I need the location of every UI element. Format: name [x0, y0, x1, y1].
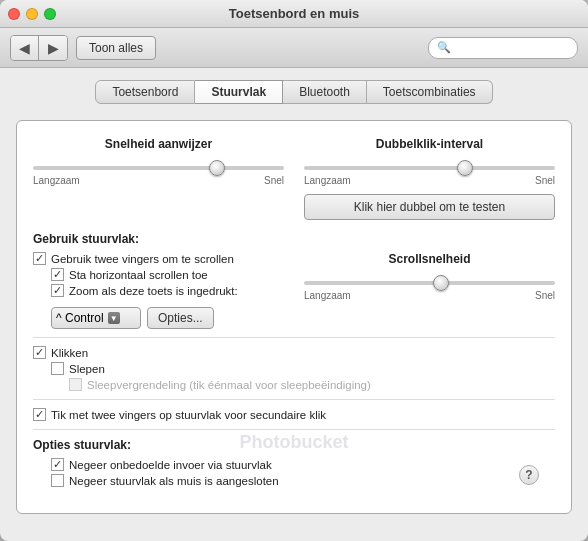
dubbelklik-group: Dubbelklik-interval Langzaam Snel Klik h…	[304, 137, 555, 220]
cb-negeer2-box[interactable]	[51, 474, 64, 487]
dropdown-arrow-icon: ▼	[108, 312, 120, 324]
cb-sleepvergrendeling-label: Sleepvergrendeling (tik éénmaal voor sle…	[87, 379, 371, 391]
scroll-speed-slider[interactable]	[304, 281, 555, 285]
cb-slepen-label: Slepen	[69, 363, 105, 375]
cb-negeer1-box[interactable]	[51, 458, 64, 471]
zoom-key-row: ^ Control ▼ Opties...	[51, 307, 555, 329]
scroll-speed-labels: Langzaam Snel	[304, 290, 555, 301]
scroll-fast: Snel	[535, 290, 555, 301]
cb-sleepvergrendeling-box	[69, 378, 82, 391]
dubbelklik-labels: Langzaam Snel	[304, 175, 555, 186]
search-icon: 🔍	[437, 41, 451, 54]
cb-gebruik-twee-vingers: Gebruik twee vingers om te scrollen	[33, 252, 284, 265]
titlebar: Toetsenbord en muis	[0, 0, 588, 28]
snelheid-slider[interactable]	[33, 166, 284, 170]
dbl-click-test-button[interactable]: Klik hier dubbel om te testen	[304, 194, 555, 220]
cb-slepen-box[interactable]	[51, 362, 64, 375]
scroll-speed-label: Scrollsnelheid	[304, 252, 555, 266]
divider-2	[33, 399, 555, 400]
toolbar: ◀ ▶ Toon alles 🔍	[0, 28, 588, 68]
cb-gebruik-twee-vingers-label: Gebruik twee vingers om te scrollen	[51, 253, 234, 265]
cb-negeer1: Negeer onbedoelde invoer via stuurvlak	[51, 458, 555, 471]
cb-tik-twee-vingers-label: Tik met twee vingers op stuurvlak voor s…	[51, 409, 326, 421]
maximize-button[interactable]	[44, 8, 56, 20]
window: Toetsenbord en muis ◀ ▶ Toon alles 🔍 Toe…	[0, 0, 588, 541]
snelheid-fast: Snel	[264, 175, 284, 186]
snelheid-group: Snelheid aanwijzer Langzaam Snel	[33, 137, 284, 220]
snelheid-slow: Langzaam	[33, 175, 80, 186]
dubbelklik-slider[interactable]	[304, 166, 555, 170]
trackpad-section: Gebruik stuurvlak: Gebruik twee vingers …	[33, 232, 555, 487]
tab-toetscombinaties[interactable]: Toetscombinaties	[367, 80, 493, 104]
cb-gebruik-twee-vingers-box[interactable]	[33, 252, 46, 265]
zoom-key-dropdown[interactable]: ^ Control ▼	[51, 307, 141, 329]
cb-sta-horizontaal-box[interactable]	[51, 268, 64, 281]
cb-negeer2-label: Negeer stuurvlak als muis is aangesloten	[69, 475, 279, 487]
scroll-checkboxes: Gebruik twee vingers om te scrollen Sta …	[33, 252, 284, 300]
cb-sleepvergrendeling: Sleepvergrendeling (tik éénmaal voor sle…	[69, 378, 555, 391]
cb-negeer2: Negeer stuurvlak als muis is aangesloten	[51, 474, 555, 487]
cb-klikken-box[interactable]	[33, 346, 46, 359]
scroll-speed-group: Scrollsnelheid Langzaam Snel	[304, 252, 555, 301]
snelheid-labels: Langzaam Snel	[33, 175, 284, 186]
traffic-lights	[8, 8, 56, 20]
cb-zoom-label: Zoom als deze toets is ingedrukt:	[69, 285, 238, 297]
show-all-button[interactable]: Toon alles	[76, 36, 156, 60]
back-button[interactable]: ◀	[11, 36, 39, 60]
dubbelklik-fast: Snel	[535, 175, 555, 186]
zoom-key-label: ^ Control	[56, 311, 104, 325]
forward-button[interactable]: ▶	[39, 36, 67, 60]
close-button[interactable]	[8, 8, 20, 20]
cb-slepen: Slepen	[51, 362, 555, 375]
scroll-slow: Langzaam	[304, 290, 351, 301]
dubbelklik-label: Dubbelklik-interval	[304, 137, 555, 151]
opties-title: Opties stuurvlak:	[33, 438, 555, 452]
cb-klikken: Klikken	[33, 346, 555, 359]
cb-tik-twee-vingers-box[interactable]	[33, 408, 46, 421]
divider-1	[33, 337, 555, 338]
cb-sta-horizontaal: Sta horizontaal scrollen toe	[51, 268, 284, 281]
search-box: 🔍	[428, 37, 578, 59]
nav-buttons: ◀ ▶	[10, 35, 68, 61]
tab-bluetooth[interactable]: Bluetooth	[283, 80, 367, 104]
zoom-opties-button[interactable]: Opties...	[147, 307, 214, 329]
sliders-row: Snelheid aanwijzer Langzaam Snel Dubbelk…	[33, 137, 555, 220]
window-title: Toetsenbord en muis	[229, 6, 360, 21]
tab-toetsenbord[interactable]: Toetsenbord	[95, 80, 195, 104]
tabs: Toetsenbord Stuurvlak Bluetooth Toetscom…	[16, 80, 572, 104]
help-button[interactable]: ?	[519, 465, 539, 485]
content: Toetsenbord Stuurvlak Bluetooth Toetscom…	[0, 68, 588, 541]
cb-negeer1-label: Negeer onbedoelde invoer via stuurvlak	[69, 459, 272, 471]
cb-tik-twee-vingers: Tik met twee vingers op stuurvlak voor s…	[33, 408, 555, 421]
cb-sta-horizontaal-label: Sta horizontaal scrollen toe	[69, 269, 208, 281]
panel: Photobucket Snelheid aanwijzer Langzaam …	[16, 120, 572, 514]
tab-stuurvlak[interactable]: Stuurvlak	[195, 80, 283, 104]
cb-zoom: Zoom als deze toets is ingedrukt:	[51, 284, 284, 297]
scroll-row: Gebruik twee vingers om te scrollen Sta …	[33, 252, 555, 301]
cb-klikken-label: Klikken	[51, 347, 88, 359]
minimize-button[interactable]	[26, 8, 38, 20]
gebruik-label: Gebruik stuurvlak:	[33, 232, 555, 246]
snelheid-label: Snelheid aanwijzer	[33, 137, 284, 151]
dubbelklik-slow: Langzaam	[304, 175, 351, 186]
cb-zoom-box[interactable]	[51, 284, 64, 297]
divider-3	[33, 429, 555, 430]
